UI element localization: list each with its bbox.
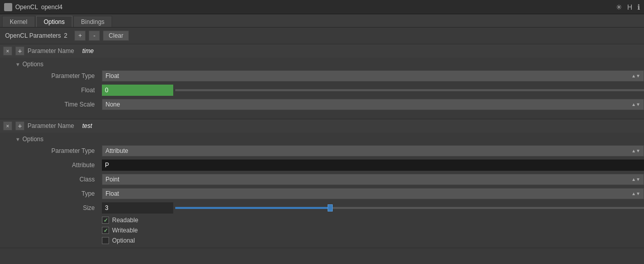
param1-timescale-row: Time Scale None ▲▼ bbox=[0, 97, 644, 112]
param2-type-select[interactable]: Attribute ▲▼ bbox=[102, 145, 644, 156]
tab-bindings[interactable]: Bindings bbox=[73, 16, 112, 27]
param1-options-section: ▼ Options Parameter Type Float ▲▼ Float bbox=[0, 58, 644, 114]
h-icon: H bbox=[627, 3, 632, 11]
param1-float-field bbox=[102, 85, 644, 96]
param2-name-label: Parameter Name bbox=[28, 122, 79, 129]
param1-type-select[interactable]: Float ▲▼ bbox=[102, 70, 644, 82]
param1-timescale-label: Time Scale bbox=[0, 101, 102, 108]
tab-bar: Kernel Options Bindings bbox=[0, 14, 644, 28]
params-clear-button[interactable]: Clear bbox=[103, 31, 129, 41]
param1-collapse-icon: ▼ bbox=[15, 62, 20, 67]
window-title: opencl4 bbox=[41, 4, 63, 11]
title-bar: OpenCL opencl4 ✳ H ℹ bbox=[0, 0, 644, 14]
param2-readable-label: Readable bbox=[112, 217, 138, 224]
params-remove-button[interactable]: - bbox=[89, 31, 100, 41]
param2-inner-type-label: Type bbox=[0, 190, 102, 197]
param2-attribute-row: Attribute bbox=[0, 158, 644, 172]
tab-options[interactable]: Options bbox=[36, 16, 72, 27]
param2-inner-type-field: Float ▲▼ bbox=[102, 188, 644, 199]
param2-optional-row: Optional bbox=[0, 235, 644, 246]
param2-attribute-field bbox=[102, 160, 644, 171]
param2-size-label: Size bbox=[0, 204, 102, 212]
param2-readable-checkbox[interactable]: ✓ bbox=[102, 217, 109, 224]
param2-size-slider[interactable] bbox=[175, 207, 644, 209]
param2-options-header[interactable]: ▼ Options bbox=[0, 135, 644, 144]
opencl-icon bbox=[4, 3, 12, 11]
param2-writeable-label: Writeable bbox=[112, 227, 138, 234]
param2-options-section: ▼ Options Parameter Type Attribute ▲▼ At… bbox=[0, 133, 644, 248]
param2-header-row: × + Parameter Name test bbox=[0, 119, 644, 133]
param1-type-field: Float ▲▼ bbox=[102, 70, 644, 82]
param2-optional-checkbox[interactable] bbox=[102, 237, 109, 244]
param1-type-label: Parameter Type bbox=[0, 72, 102, 80]
params-header-label: OpenCL Parameters bbox=[5, 32, 61, 39]
param2-inner-type-select[interactable]: Float ▲▼ bbox=[102, 188, 644, 199]
app-name: OpenCL bbox=[15, 4, 38, 11]
param2-size-slider-fill bbox=[175, 207, 330, 209]
param1-options-label: Options bbox=[22, 61, 43, 68]
param2-type-row: Parameter Type Attribute ▲▼ bbox=[0, 144, 644, 158]
param2-class-arrow: ▲▼ bbox=[631, 177, 640, 182]
param2-optional-label: Optional bbox=[112, 237, 135, 244]
param2-size-slider-thumb bbox=[328, 204, 333, 212]
main-content: OpenCL Parameters 2 + - Clear × + Parame… bbox=[0, 28, 644, 264]
info-icon: ℹ bbox=[637, 3, 640, 11]
param1-remove-button[interactable]: × bbox=[3, 46, 12, 56]
param2-add-button[interactable]: + bbox=[15, 121, 24, 130]
param2-class-label: Class bbox=[0, 176, 102, 183]
param2-collapse-icon: ▼ bbox=[15, 137, 20, 142]
param1-float-slider[interactable] bbox=[175, 89, 644, 91]
param2-writeable-checkmark: ✓ bbox=[103, 227, 108, 234]
param1-type-arrow: ▲▼ bbox=[631, 73, 640, 78]
title-bar-right: ✳ H ℹ bbox=[616, 3, 640, 11]
param2-size-row: Size bbox=[0, 201, 644, 215]
param2-writeable-checkbox[interactable]: ✓ bbox=[102, 227, 109, 234]
param1-float-row: Float bbox=[0, 83, 644, 97]
param1-timescale-select[interactable]: None ▲▼ bbox=[102, 99, 644, 110]
params-count: 2 bbox=[64, 32, 68, 39]
params-header: OpenCL Parameters 2 + - Clear bbox=[0, 28, 644, 44]
param2-attribute-label: Attribute bbox=[0, 162, 102, 169]
param2-readable-row: ✓ Readable bbox=[0, 215, 644, 225]
param2-class-select[interactable]: Point ▲▼ bbox=[102, 174, 644, 185]
param1-float-input[interactable] bbox=[102, 85, 173, 96]
param2-options-label: Options bbox=[22, 136, 43, 143]
params-add-button[interactable]: + bbox=[74, 31, 86, 41]
param1-add-button[interactable]: + bbox=[15, 46, 24, 56]
param1-name-label: Parameter Name bbox=[28, 47, 79, 55]
param2-size-input[interactable] bbox=[102, 202, 173, 214]
param2-inner-type-row: Type Float ▲▼ bbox=[0, 187, 644, 201]
param2-type-label: Parameter Type bbox=[0, 147, 102, 154]
param2-inner-type-arrow: ▲▼ bbox=[631, 191, 640, 196]
param2-remove-button[interactable]: × bbox=[3, 121, 12, 130]
param1-type-row: Parameter Type Float ▲▼ bbox=[0, 69, 644, 83]
title-bar-left: OpenCL opencl4 bbox=[4, 3, 63, 11]
tab-kernel[interactable]: Kernel bbox=[2, 16, 35, 27]
param2-type-field: Attribute ▲▼ bbox=[102, 145, 644, 156]
param2-writeable-row: ✓ Writeable bbox=[0, 225, 644, 235]
param1-name-value: time bbox=[82, 47, 94, 55]
param2-type-arrow: ▲▼ bbox=[631, 148, 640, 153]
param1-timescale-field: None ▲▼ bbox=[102, 99, 644, 110]
param1-timescale-arrow: ▲▼ bbox=[631, 102, 640, 107]
param-block-1: × + Parameter Name time ▼ Options Parame… bbox=[0, 44, 644, 119]
param2-readable-checkmark: ✓ bbox=[103, 217, 108, 224]
param2-attribute-input[interactable] bbox=[102, 160, 644, 171]
param2-class-row: Class Point ▲▼ bbox=[0, 172, 644, 187]
asterisk-icon: ✳ bbox=[616, 3, 622, 11]
param1-options-header[interactable]: ▼ Options bbox=[0, 60, 644, 69]
param-block-2: × + Parameter Name test ▼ Options Parame… bbox=[0, 119, 644, 248]
param2-size-field bbox=[102, 202, 644, 214]
param1-float-label: Float bbox=[0, 87, 102, 94]
param2-name-value: test bbox=[82, 122, 92, 129]
param1-header-row: × + Parameter Name time bbox=[0, 44, 644, 58]
param2-class-field: Point ▲▼ bbox=[102, 174, 644, 185]
